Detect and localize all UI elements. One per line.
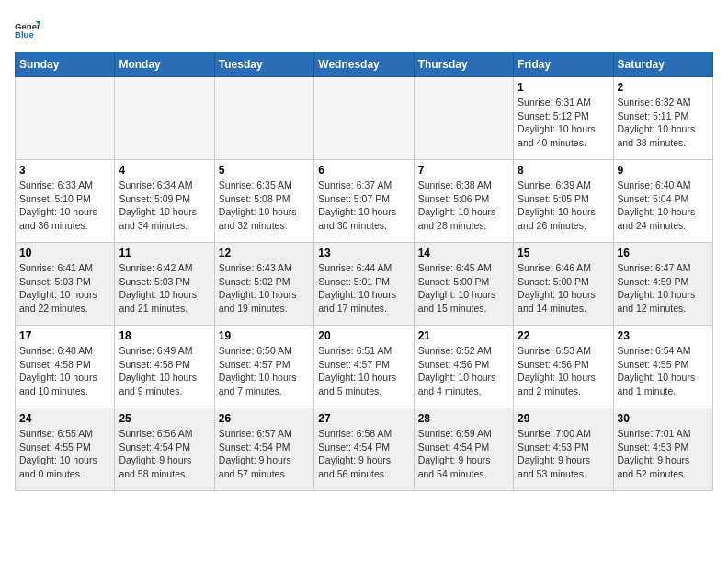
- day-number: 12: [219, 247, 310, 259]
- week-row: 1Sunrise: 6:31 AM Sunset: 5:12 PM Daylig…: [16, 77, 713, 160]
- day-number: 6: [318, 164, 409, 177]
- day-info: Sunrise: 7:01 AM Sunset: 4:53 PM Dayligh…: [618, 427, 709, 481]
- calendar-day: 24Sunrise: 6:55 AM Sunset: 4:55 PM Dayli…: [16, 408, 115, 491]
- day-info: Sunrise: 6:53 AM Sunset: 4:56 PM Dayligh…: [518, 344, 609, 398]
- calendar-day: 1Sunrise: 6:31 AM Sunset: 5:12 PM Daylig…: [514, 77, 613, 160]
- day-of-week-header: Friday: [514, 52, 613, 77]
- calendar-day: 4Sunrise: 6:34 AM Sunset: 5:09 PM Daylig…: [115, 160, 214, 243]
- day-info: Sunrise: 6:37 AM Sunset: 5:07 PM Dayligh…: [318, 178, 409, 233]
- day-info: Sunrise: 6:33 AM Sunset: 5:10 PM Dayligh…: [19, 178, 110, 233]
- svg-text:Blue: Blue: [15, 29, 34, 40]
- calendar-day: 17Sunrise: 6:48 AM Sunset: 4:58 PM Dayli…: [16, 326, 115, 408]
- calendar-day: 20Sunrise: 6:51 AM Sunset: 4:57 PM Dayli…: [314, 326, 414, 408]
- week-row: 3Sunrise: 6:33 AM Sunset: 5:10 PM Daylig…: [16, 160, 713, 243]
- day-info: Sunrise: 6:32 AM Sunset: 5:11 PM Dayligh…: [618, 96, 709, 150]
- calendar-day: 8Sunrise: 6:39 AM Sunset: 5:05 PM Daylig…: [514, 160, 613, 243]
- day-number: 9: [618, 164, 709, 177]
- day-of-week-header: Saturday: [613, 52, 712, 77]
- day-number: 24: [19, 412, 110, 425]
- day-info: Sunrise: 6:56 AM Sunset: 4:54 PM Dayligh…: [119, 427, 210, 481]
- day-of-week-header: Monday: [115, 52, 214, 77]
- day-number: 11: [119, 247, 210, 259]
- calendar-day: 25Sunrise: 6:56 AM Sunset: 4:54 PM Dayli…: [115, 408, 214, 491]
- day-info: Sunrise: 6:42 AM Sunset: 5:03 PM Dayligh…: [119, 261, 210, 316]
- calendar-day: 16Sunrise: 6:47 AM Sunset: 4:59 PM Dayli…: [613, 243, 712, 326]
- calendar-day: 23Sunrise: 6:54 AM Sunset: 4:55 PM Dayli…: [613, 326, 712, 408]
- day-info: Sunrise: 6:57 AM Sunset: 4:54 PM Dayligh…: [219, 427, 310, 481]
- day-number: 16: [618, 247, 709, 259]
- day-number: 1: [518, 81, 609, 94]
- calendar-day: 2Sunrise: 6:32 AM Sunset: 5:11 PM Daylig…: [613, 77, 712, 160]
- day-number: 15: [518, 247, 609, 259]
- day-number: 22: [518, 329, 609, 342]
- day-info: Sunrise: 7:00 AM Sunset: 4:53 PM Dayligh…: [518, 427, 609, 481]
- day-number: 8: [518, 164, 609, 177]
- day-of-week-header: Sunday: [16, 52, 115, 77]
- day-info: Sunrise: 6:38 AM Sunset: 5:06 PM Dayligh…: [418, 178, 509, 233]
- day-number: 21: [418, 329, 509, 342]
- day-info: Sunrise: 6:39 AM Sunset: 5:05 PM Dayligh…: [518, 178, 609, 233]
- day-of-week-header: Thursday: [414, 52, 513, 77]
- day-info: Sunrise: 6:45 AM Sunset: 5:00 PM Dayligh…: [418, 261, 509, 316]
- calendar-day: 18Sunrise: 6:49 AM Sunset: 4:58 PM Dayli…: [115, 326, 214, 408]
- week-row: 24Sunrise: 6:55 AM Sunset: 4:55 PM Dayli…: [16, 408, 713, 491]
- day-number: 20: [318, 329, 409, 342]
- day-info: Sunrise: 6:59 AM Sunset: 4:54 PM Dayligh…: [418, 427, 509, 481]
- day-info: Sunrise: 6:52 AM Sunset: 4:56 PM Dayligh…: [418, 344, 509, 398]
- day-number: 30: [618, 412, 709, 425]
- day-number: 10: [19, 247, 110, 259]
- day-number: 14: [418, 247, 509, 259]
- day-info: Sunrise: 6:55 AM Sunset: 4:55 PM Dayligh…: [19, 427, 110, 481]
- calendar-day: 22Sunrise: 6:53 AM Sunset: 4:56 PM Dayli…: [514, 326, 613, 408]
- day-info: Sunrise: 6:49 AM Sunset: 4:58 PM Dayligh…: [119, 344, 210, 398]
- day-info: Sunrise: 6:40 AM Sunset: 5:04 PM Dayligh…: [618, 178, 709, 233]
- day-number: 2: [618, 81, 709, 94]
- day-info: Sunrise: 6:47 AM Sunset: 4:59 PM Dayligh…: [618, 261, 709, 316]
- day-number: 18: [119, 329, 210, 342]
- logo-icon: General Blue: [15, 15, 40, 40]
- day-info: Sunrise: 6:46 AM Sunset: 5:00 PM Dayligh…: [518, 261, 609, 316]
- calendar-day: 28Sunrise: 6:59 AM Sunset: 4:54 PM Dayli…: [414, 408, 513, 491]
- day-info: Sunrise: 6:43 AM Sunset: 5:02 PM Dayligh…: [219, 261, 310, 316]
- week-row: 10Sunrise: 6:41 AM Sunset: 5:03 PM Dayli…: [16, 243, 713, 326]
- calendar-day: 29Sunrise: 7:00 AM Sunset: 4:53 PM Dayli…: [514, 408, 613, 491]
- day-info: Sunrise: 6:35 AM Sunset: 5:08 PM Dayligh…: [219, 178, 310, 233]
- day-info: Sunrise: 6:44 AM Sunset: 5:01 PM Dayligh…: [318, 261, 409, 316]
- calendar-day: 11Sunrise: 6:42 AM Sunset: 5:03 PM Dayli…: [115, 243, 214, 326]
- page-header: General Blue: [15, 15, 713, 40]
- day-info: Sunrise: 6:31 AM Sunset: 5:12 PM Dayligh…: [518, 96, 609, 150]
- day-number: 7: [418, 164, 509, 177]
- day-of-week-header: Wednesday: [314, 52, 414, 77]
- calendar-day: 7Sunrise: 6:38 AM Sunset: 5:06 PM Daylig…: [414, 160, 513, 243]
- calendar-day: 14Sunrise: 6:45 AM Sunset: 5:00 PM Dayli…: [414, 243, 513, 326]
- day-number: 4: [119, 164, 210, 177]
- calendar-day: [115, 77, 214, 160]
- calendar-day: 21Sunrise: 6:52 AM Sunset: 4:56 PM Dayli…: [414, 326, 513, 408]
- day-info: Sunrise: 6:58 AM Sunset: 4:54 PM Dayligh…: [318, 427, 409, 481]
- day-number: 13: [318, 247, 409, 259]
- day-number: 23: [618, 329, 709, 342]
- day-info: Sunrise: 6:54 AM Sunset: 4:55 PM Dayligh…: [618, 344, 709, 398]
- day-number: 19: [219, 329, 310, 342]
- day-number: 3: [19, 164, 110, 177]
- calendar-header-row: SundayMondayTuesdayWednesdayThursdayFrid…: [16, 52, 713, 77]
- day-info: Sunrise: 6:48 AM Sunset: 4:58 PM Dayligh…: [19, 344, 110, 398]
- calendar-day: [16, 77, 115, 160]
- calendar-day: 19Sunrise: 6:50 AM Sunset: 4:57 PM Dayli…: [214, 326, 313, 408]
- calendar-day: 30Sunrise: 7:01 AM Sunset: 4:53 PM Dayli…: [613, 408, 712, 491]
- day-number: 5: [219, 164, 310, 177]
- calendar-day: [414, 77, 513, 160]
- calendar-day: 27Sunrise: 6:58 AM Sunset: 4:54 PM Dayli…: [314, 408, 414, 491]
- calendar-day: 9Sunrise: 6:40 AM Sunset: 5:04 PM Daylig…: [613, 160, 712, 243]
- day-number: 26: [219, 412, 310, 425]
- day-number: 29: [518, 412, 609, 425]
- calendar-day: [214, 77, 313, 160]
- day-info: Sunrise: 6:51 AM Sunset: 4:57 PM Dayligh…: [318, 344, 409, 398]
- calendar-day: 5Sunrise: 6:35 AM Sunset: 5:08 PM Daylig…: [214, 160, 313, 243]
- calendar-day: [314, 77, 414, 160]
- calendar-day: 15Sunrise: 6:46 AM Sunset: 5:00 PM Dayli…: [514, 243, 613, 326]
- calendar-day: 12Sunrise: 6:43 AM Sunset: 5:02 PM Dayli…: [214, 243, 313, 326]
- calendar-day: 6Sunrise: 6:37 AM Sunset: 5:07 PM Daylig…: [314, 160, 414, 243]
- calendar-day: 10Sunrise: 6:41 AM Sunset: 5:03 PM Dayli…: [16, 243, 115, 326]
- day-of-week-header: Tuesday: [214, 52, 313, 77]
